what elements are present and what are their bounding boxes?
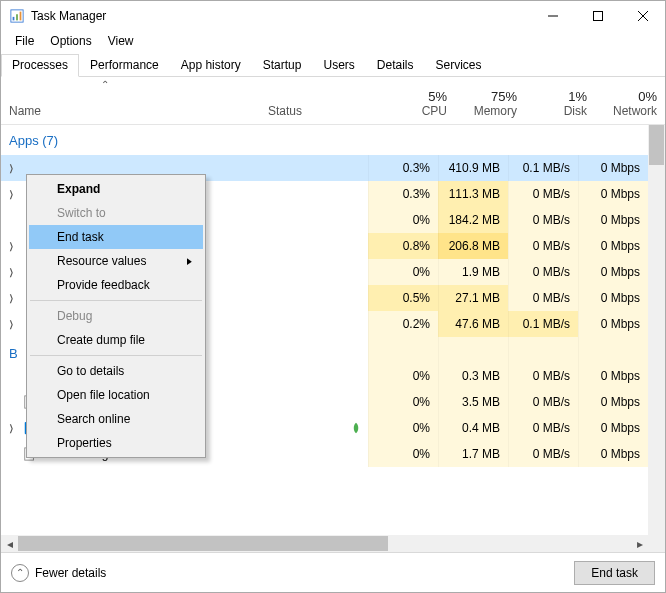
tab-performance[interactable]: Performance	[79, 54, 170, 77]
metric-cell: 0%	[368, 207, 438, 233]
menu-view[interactable]: View	[100, 32, 142, 50]
process-status	[243, 311, 368, 337]
menu-bar: File Options View	[1, 31, 665, 51]
metric-cell: 0 Mbps	[578, 389, 648, 415]
metric-cell: 0 Mbps	[578, 259, 648, 285]
svg-rect-1	[13, 17, 15, 21]
window-controls	[530, 1, 665, 31]
minimize-button[interactable]	[530, 1, 575, 31]
process-status	[243, 259, 368, 285]
metric-cell: 0.1 MB/s	[508, 155, 578, 181]
metric-cell: 0 MB/s	[508, 259, 578, 285]
menu-item-resource-values[interactable]: Resource values▶	[29, 249, 203, 273]
metric-cell: 47.6 MB	[438, 311, 508, 337]
metric-cell: 0.1 MB/s	[508, 311, 578, 337]
app-icon	[9, 8, 25, 24]
process-status	[243, 363, 368, 389]
metric-cell	[438, 337, 508, 363]
metric-cell: 0 Mbps	[578, 285, 648, 311]
col-cpu[interactable]: 5%CPU	[385, 77, 455, 124]
footer-bar: ⌃ Fewer details End task	[1, 552, 665, 592]
expand-icon[interactable]: ❯	[5, 423, 17, 433]
metric-cell: 27.1 MB	[438, 285, 508, 311]
metric-cell: 0 Mbps	[578, 181, 648, 207]
end-task-button[interactable]: End task	[574, 561, 655, 585]
process-status	[243, 285, 368, 311]
tab-details[interactable]: Details	[366, 54, 425, 77]
col-status[interactable]: Status	[260, 77, 385, 124]
process-status	[243, 389, 368, 415]
tab-bar: Processes Performance App history Startu…	[1, 53, 665, 77]
expand-icon[interactable]: ❯	[5, 163, 17, 173]
process-status	[243, 155, 368, 181]
column-headers: ⌃ Name Status 5%CPU 75%Memory 1%Disk 0%N…	[1, 77, 665, 125]
expand-icon[interactable]: ❯	[5, 241, 17, 251]
metric-cell: 0%	[368, 259, 438, 285]
menu-file[interactable]: File	[7, 32, 42, 50]
metric-cell: 0 MB/s	[508, 285, 578, 311]
maximize-button[interactable]	[575, 1, 620, 31]
metric-cell: 0 Mbps	[578, 363, 648, 389]
expand-icon[interactable]: ❯	[5, 189, 17, 199]
menu-item-open-file-location[interactable]: Open file location	[29, 383, 203, 407]
menu-item-expand[interactable]: Expand	[29, 177, 203, 201]
title-bar: Task Manager	[1, 1, 665, 31]
metric-cell: 0 MB/s	[508, 181, 578, 207]
sort-indicator-icon: ⌃	[101, 79, 109, 90]
tab-startup[interactable]: Startup	[252, 54, 313, 77]
metric-cell: 184.2 MB	[438, 207, 508, 233]
menu-item-search-online[interactable]: Search online	[29, 407, 203, 431]
context-menu: ExpandSwitch toEnd taskResource values▶P…	[26, 174, 206, 458]
menu-item-properties[interactable]: Properties	[29, 431, 203, 455]
scrollbar-thumb[interactable]	[649, 125, 664, 165]
close-button[interactable]	[620, 1, 665, 31]
metric-cell: 1.9 MB	[438, 259, 508, 285]
col-memory[interactable]: 75%Memory	[455, 77, 525, 124]
metric-cell: 0.8%	[368, 233, 438, 259]
scrollbar-thumb[interactable]	[18, 536, 388, 551]
metric-cell: 0%	[368, 415, 438, 441]
tab-services[interactable]: Services	[425, 54, 493, 77]
metric-cell: 0 MB/s	[508, 441, 578, 467]
process-status	[243, 441, 368, 467]
metric-cell: 0 MB/s	[508, 363, 578, 389]
metric-cell: 3.5 MB	[438, 389, 508, 415]
expand-icon[interactable]: ❯	[5, 293, 17, 303]
menu-item-end-task[interactable]: End task	[29, 225, 203, 249]
metric-cell: 1.7 MB	[438, 441, 508, 467]
metric-cell: 410.9 MB	[438, 155, 508, 181]
metric-cell: 0.5%	[368, 285, 438, 311]
tab-processes[interactable]: Processes	[1, 54, 79, 77]
tab-users[interactable]: Users	[312, 54, 365, 77]
col-disk[interactable]: 1%Disk	[525, 77, 595, 124]
group-apps[interactable]: Apps (7)	[1, 125, 648, 155]
menu-item-provide-feedback[interactable]: Provide feedback	[29, 273, 203, 297]
tab-app-history[interactable]: App history	[170, 54, 252, 77]
col-name[interactable]: ⌃ Name	[1, 77, 260, 124]
expand-icon[interactable]: ❯	[5, 319, 17, 329]
metric-cell: 0.3 MB	[438, 363, 508, 389]
process-status	[243, 207, 368, 233]
metric-cell: 206.8 MB	[438, 233, 508, 259]
menu-separator	[30, 355, 202, 356]
expand-icon[interactable]: ❯	[5, 267, 17, 277]
menu-item-go-to-details[interactable]: Go to details	[29, 359, 203, 383]
metric-cell: 0 MB/s	[508, 233, 578, 259]
scroll-right-icon[interactable]: ▸	[631, 537, 648, 551]
col-network[interactable]: 0%Network	[595, 77, 665, 124]
scroll-left-icon[interactable]: ◂	[1, 537, 18, 551]
metric-cell: 0 Mbps	[578, 155, 648, 181]
window-title: Task Manager	[31, 9, 530, 23]
menu-options[interactable]: Options	[42, 32, 99, 50]
menu-separator	[30, 300, 202, 301]
menu-item-create-dump-file[interactable]: Create dump file	[29, 328, 203, 352]
horizontal-scrollbar[interactable]: ◂ ▸	[1, 535, 648, 552]
metric-cell: 0%	[368, 441, 438, 467]
vertical-scrollbar[interactable]	[648, 125, 665, 535]
fewer-details-icon[interactable]: ⌃	[11, 564, 29, 582]
fewer-details-label[interactable]: Fewer details	[35, 566, 106, 580]
menu-item-switch-to: Switch to	[29, 201, 203, 225]
metric-cell: 0.4 MB	[438, 415, 508, 441]
metric-cell: 0.3%	[368, 155, 438, 181]
metric-cell: 0 Mbps	[578, 207, 648, 233]
